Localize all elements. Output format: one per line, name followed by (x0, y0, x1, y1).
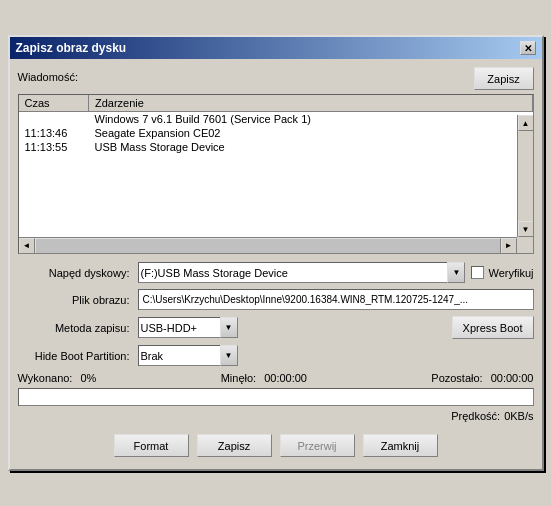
log-cell-event: USB Mass Storage Device (89, 140, 533, 154)
main-window: Zapisz obraz dysku ✕ Wiadomość: Zapisz C… (8, 35, 544, 471)
speed-row: Prędkość: 0KB/s (18, 410, 534, 422)
scroll-right-arrow[interactable]: ► (501, 238, 517, 254)
log-row: Windows 7 v6.1 Build 7601 (Service Pack … (19, 112, 533, 127)
scroll-track-v (518, 131, 533, 221)
titlebar: Zapisz obraz dysku ✕ (10, 37, 542, 59)
drive-control: (F:)USB Mass Storage Device ▼ Weryfikuj (138, 262, 534, 283)
image-row: Plik obrazu: (18, 289, 534, 310)
bottom-buttons: Format Zapisz Przerwij Zamknij (18, 428, 534, 461)
image-control (138, 289, 534, 310)
drive-row: Napęd dyskowy: (F:)USB Mass Storage Devi… (18, 262, 534, 283)
done-value: 0% (80, 372, 96, 384)
progress-stats-row: Wykonano: 0% Minęło: 00:00:00 Pozostało:… (18, 372, 534, 384)
verify-label: Weryfikuj (488, 267, 533, 279)
cancel-button[interactable]: Przerwij (280, 434, 355, 457)
remaining-label: Pozostało: (431, 372, 482, 384)
log-cell-time: 11:13:46 (19, 126, 89, 140)
log-cell-time: 11:13:55 (19, 140, 89, 154)
log-row: 11:13:46Seagate Expansion CE02 (19, 126, 533, 140)
done-label: Wykonano: (18, 372, 73, 384)
log-body: Windows 7 v6.1 Build 7601 (Service Pack … (19, 112, 533, 155)
close-button[interactable]: ✕ (520, 41, 536, 55)
method-select-wrapper: USB-HDD+USB-ZIPUSB-FDDUSB-CDROM ▼ (138, 317, 238, 338)
message-label: Wiadomość: (18, 71, 79, 83)
log-header: Czas Zdarzenie (19, 95, 533, 112)
window-content: Wiadomość: Zapisz Czas Zdarzenie Windows… (10, 59, 542, 469)
log-row: 11:13:55USB Mass Storage Device (19, 140, 533, 154)
header-row: Wiadomość: Zapisz (18, 67, 534, 90)
log-cell-event: Seagate Expansion CE02 (89, 126, 533, 140)
scroll-up-arrow[interactable]: ▲ (518, 115, 534, 131)
scroll-down-arrow[interactable]: ▼ (518, 221, 534, 237)
save-top-button[interactable]: Zapisz (474, 67, 534, 90)
window-title: Zapisz obraz dysku (16, 41, 127, 55)
save-button[interactable]: Zapisz (197, 434, 272, 457)
remaining-item: Pozostało: 00:00:00 (431, 372, 533, 384)
hide-row: Hide Boot Partition: BrakTak ▼ (18, 345, 534, 366)
elapsed-label: Minęło: (221, 372, 256, 384)
elapsed-item: Minęło: 00:00:00 (221, 372, 307, 384)
speed-value: 0KB/s (504, 410, 533, 422)
image-input[interactable] (138, 289, 534, 310)
speed-label: Prędkość: (451, 410, 500, 422)
vertical-scrollbar[interactable]: ▲ ▼ (517, 115, 533, 237)
close-button[interactable]: Zamknij (363, 434, 438, 457)
log-area: Czas Zdarzenie Windows 7 v6.1 Build 7601… (18, 94, 534, 254)
xpress-boot-button[interactable]: Xpress Boot (452, 316, 534, 339)
col-event: Zdarzenie (89, 95, 533, 112)
format-button[interactable]: Format (114, 434, 189, 457)
hide-select-wrapper: BrakTak ▼ (138, 345, 238, 366)
verify-checkbox[interactable] (471, 266, 484, 279)
progress-bar-container (18, 388, 534, 406)
scrollbar-corner (517, 237, 533, 253)
hide-control: BrakTak ▼ (138, 345, 534, 366)
log-table: Czas Zdarzenie Windows 7 v6.1 Build 7601… (19, 95, 533, 154)
method-select[interactable]: USB-HDD+USB-ZIPUSB-FDDUSB-CDROM (138, 317, 238, 338)
log-cell-time (19, 112, 89, 127)
verify-checkbox-label: Weryfikuj (471, 266, 533, 279)
scroll-left-arrow[interactable]: ◄ (19, 238, 35, 254)
remaining-value: 00:00:00 (491, 372, 534, 384)
scroll-thumb-h[interactable] (35, 238, 501, 254)
done-item: Wykonano: 0% (18, 372, 97, 384)
method-label: Metoda zapisu: (18, 322, 138, 334)
method-control: USB-HDD+USB-ZIPUSB-FDDUSB-CDROM ▼ Xpress… (138, 316, 534, 339)
image-label: Plik obrazu: (18, 294, 138, 306)
elapsed-value: 00:00:00 (264, 372, 307, 384)
form-area: Napęd dyskowy: (F:)USB Mass Storage Devi… (18, 262, 534, 422)
drive-select-wrapper: (F:)USB Mass Storage Device ▼ (138, 262, 466, 283)
method-row: Metoda zapisu: USB-HDD+USB-ZIPUSB-FDDUSB… (18, 316, 534, 339)
drive-label: Napęd dyskowy: (18, 267, 138, 279)
drive-select[interactable]: (F:)USB Mass Storage Device (138, 262, 466, 283)
horizontal-scrollbar[interactable]: ◄ ► (19, 237, 517, 253)
hide-select[interactable]: BrakTak (138, 345, 238, 366)
log-cell-event: Windows 7 v6.1 Build 7601 (Service Pack … (89, 112, 533, 127)
col-time: Czas (19, 95, 89, 112)
hide-label: Hide Boot Partition: (18, 350, 138, 362)
